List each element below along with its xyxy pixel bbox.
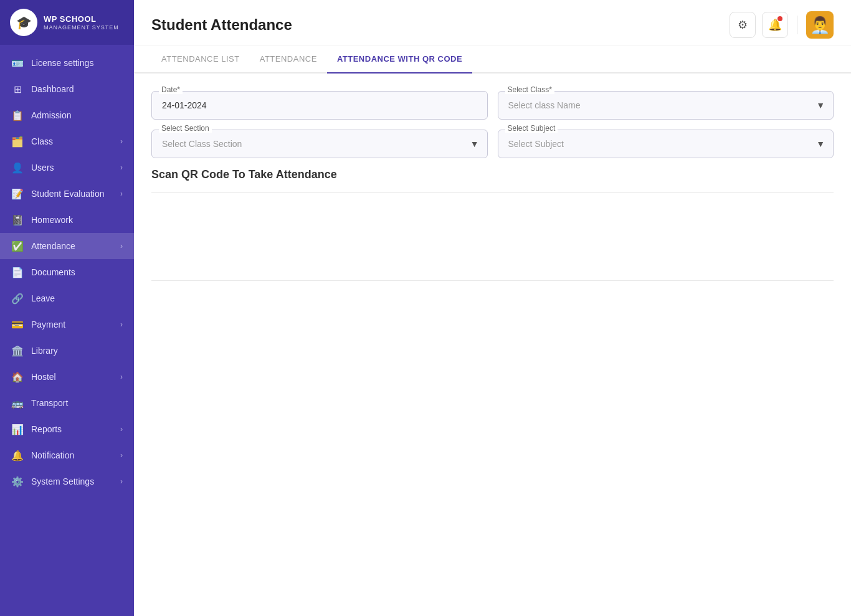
library-icon: 🏛️ <box>11 344 24 357</box>
homework-icon: 📓 <box>11 214 24 226</box>
sidebar-item-label: Class <box>31 136 53 146</box>
divider-line-1 <box>151 192 834 193</box>
sidebar-item-label: Reports <box>31 424 62 434</box>
sidebar-item-label: Homework <box>31 215 73 225</box>
sidebar-nav: 🪪 License settings ⊞ Dashboard 📋 Admissi… <box>0 45 134 616</box>
leave-icon: 🔗 <box>11 292 24 305</box>
sidebar-item-homework[interactable]: 📓 Homework <box>0 207 134 233</box>
documents-icon: 📄 <box>11 266 24 278</box>
select-section-dropdown[interactable]: Select Class Section <box>151 130 488 158</box>
sidebar-item-attendance[interactable]: ✅ Attendance › <box>0 233 134 259</box>
main-content: Student Attendance ⚙ 🔔 👨‍💼 ATTENDANCE LI… <box>134 0 851 616</box>
form-row-1: Date* Select Class* Select class Name ▼ <box>151 91 834 120</box>
chevron-right-icon: › <box>120 242 123 250</box>
chevron-right-icon: › <box>120 320 123 329</box>
sidebar-item-label: Documents <box>31 267 75 277</box>
tab-attendance-list[interactable]: ATTENDANCE LIST <box>151 45 250 73</box>
sidebar-item-label: Leave <box>31 293 55 303</box>
sidebar-item-leave[interactable]: 🔗 Leave <box>0 285 134 311</box>
sidebar-item-system-settings[interactable]: ⚙️ System Settings › <box>0 468 134 495</box>
select-section-wrapper: Select Class Section ▼ <box>151 130 488 158</box>
select-class-wrapper: Select class Name ▼ <box>498 91 834 120</box>
sidebar-item-license-settings[interactable]: 🪪 License settings <box>0 50 134 76</box>
notification-icon: 🔔 <box>11 449 24 462</box>
system-settings-icon: ⚙️ <box>11 475 24 488</box>
license-settings-icon: 🪪 <box>11 57 24 69</box>
logo-text: WP SCHOOL <box>44 14 119 24</box>
sidebar-item-student-evaluation[interactable]: 📝 Student Evaluation › <box>0 181 134 207</box>
sidebar-logo: 🎓 WP SCHOOL MANAGEMENT SYSTEM <box>0 0 134 45</box>
page-title: Student Attendance <box>151 16 292 34</box>
sidebar: 🎓 WP SCHOOL MANAGEMENT SYSTEM 🪪 License … <box>0 0 134 616</box>
chevron-right-icon: › <box>120 451 123 460</box>
sidebar-item-label: Payment <box>31 320 65 329</box>
form-row-2: Select Section Select Class Section ▼ Se… <box>151 130 834 158</box>
sidebar-item-label: Users <box>31 163 54 173</box>
sidebar-item-label: Attendance <box>31 241 75 251</box>
hostel-icon: 🏠 <box>11 371 24 383</box>
chevron-right-icon: › <box>120 137 123 146</box>
sidebar-item-label: Hostel <box>31 372 56 382</box>
logo-sub: MANAGEMENT SYSTEM <box>44 24 119 31</box>
select-subject-dropdown[interactable]: Select Subject <box>498 130 834 158</box>
transport-icon: 🚌 <box>11 397 24 409</box>
sidebar-item-hostel[interactable]: 🏠 Hostel › <box>0 364 134 390</box>
sidebar-item-label: Student Evaluation <box>31 189 105 199</box>
chevron-right-icon: › <box>120 477 123 486</box>
tab-attendance-qr[interactable]: ATTENDANCE WITH QR CODE <box>327 45 472 73</box>
sidebar-item-documents[interactable]: 📄 Documents <box>0 259 134 285</box>
select-class-label: Select Class* <box>505 85 554 94</box>
settings-button[interactable]: ⚙ <box>730 12 756 38</box>
sidebar-item-notification[interactable]: 🔔 Notification › <box>0 442 134 468</box>
scan-qr-text: Scan QR Code To Take Attendance <box>151 168 834 181</box>
sidebar-item-label: System Settings <box>31 476 94 486</box>
tab-attendance[interactable]: ATTENDANCE <box>250 45 327 73</box>
notification-button[interactable]: 🔔 <box>762 12 788 38</box>
attendance-icon: ✅ <box>11 240 24 252</box>
select-section-group: Select Section Select Class Section ▼ <box>151 130 488 158</box>
sidebar-item-library[interactable]: 🏛️ Library <box>0 338 134 364</box>
sidebar-item-transport[interactable]: 🚌 Transport <box>0 390 134 416</box>
content-area: Date* Select Class* Select class Name ▼ <box>134 73 851 616</box>
select-subject-group: Select Subject Select Subject ▼ <box>498 130 834 158</box>
date-input[interactable] <box>151 91 488 120</box>
sidebar-item-users[interactable]: 👤 Users › <box>0 154 134 181</box>
select-section-label: Select Section <box>159 124 212 133</box>
sidebar-item-payment[interactable]: 💳 Payment › <box>0 311 134 338</box>
users-icon: 👤 <box>11 161 24 174</box>
tabs: ATTENDANCE LISTATTENDANCEATTENDANCE WITH… <box>134 45 851 73</box>
sidebar-item-label: Notification <box>31 450 74 460</box>
sidebar-item-label: Dashboard <box>31 84 74 94</box>
notification-badge <box>777 16 782 21</box>
reports-icon: 📊 <box>11 423 24 435</box>
top-bar: Student Attendance ⚙ 🔔 👨‍💼 <box>134 0 851 45</box>
payment-icon: 💳 <box>11 318 24 331</box>
gear-icon: ⚙ <box>738 18 748 32</box>
sidebar-item-dashboard[interactable]: ⊞ Dashboard <box>0 76 134 102</box>
sidebar-item-label: Library <box>31 346 58 356</box>
select-subject-wrapper: Select Subject ▼ <box>498 130 834 158</box>
chevron-right-icon: › <box>120 372 123 381</box>
avatar[interactable]: 👨‍💼 <box>806 11 834 39</box>
sidebar-item-label: License settings <box>31 58 93 68</box>
logo-icon: 🎓 <box>10 9 37 36</box>
select-class-group: Select Class* Select class Name ▼ <box>498 91 834 120</box>
user-avatar-icon: 👨‍💼 <box>810 16 830 35</box>
date-label: Date* <box>159 85 183 94</box>
sidebar-item-label: Transport <box>31 398 68 408</box>
admission-icon: 📋 <box>11 109 24 121</box>
class-icon: 🗂️ <box>11 135 24 148</box>
top-bar-actions: ⚙ 🔔 👨‍💼 <box>730 11 834 39</box>
sidebar-item-reports[interactable]: 📊 Reports › <box>0 416 134 442</box>
chevron-right-icon: › <box>120 189 123 198</box>
date-group: Date* <box>151 91 488 120</box>
select-subject-label: Select Subject <box>505 124 558 133</box>
student-evaluation-icon: 📝 <box>11 187 24 200</box>
chevron-right-icon: › <box>120 163 123 172</box>
select-class-dropdown[interactable]: Select class Name <box>498 91 834 120</box>
sidebar-item-class[interactable]: 🗂️ Class › <box>0 128 134 154</box>
sidebar-item-label: Admission <box>31 110 72 120</box>
sidebar-item-admission[interactable]: 📋 Admission <box>0 102 134 128</box>
divider-line-2 <box>151 280 834 281</box>
chevron-right-icon: › <box>120 425 123 434</box>
